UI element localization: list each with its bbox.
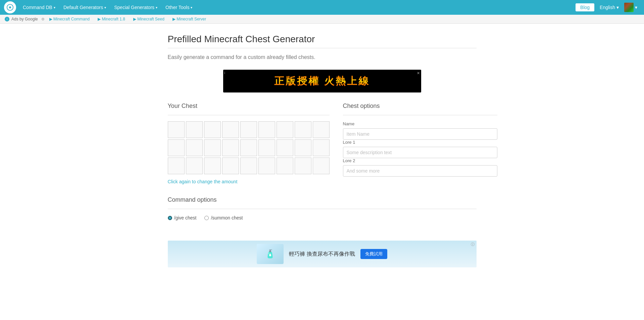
chest-cell[interactable] (222, 139, 239, 156)
nav-other-tools[interactable]: Other Tools ▾ (161, 0, 196, 15)
chest-column: Your Chest Click again to change the amo… (168, 103, 330, 184)
language-selector[interactable]: English ▾ (597, 5, 622, 10)
page-title: Prefilled Minecraft Chest Generator (168, 34, 477, 45)
nav-command-db[interactable]: Command DB ▾ (19, 0, 59, 15)
lore1-input[interactable] (343, 147, 497, 158)
chest-cell[interactable] (204, 157, 221, 174)
bottom-ad-content: 🧴 輕巧褲 換查尿布不再像作戰 免費試用 (257, 244, 387, 264)
chest-cell[interactable] (222, 121, 239, 138)
command-options-section: Command options /give chest /summon ches… (168, 196, 477, 220)
chest-options-column: Chest options Name Lore 1 Lore 2 (343, 103, 497, 177)
bottom-ad-image: 🧴 (257, 244, 284, 264)
adbar: i Ads by Google ⚙ Minecraft Command Mine… (0, 15, 644, 24)
ad-banner-text: 正版授權 火熱上線 (274, 74, 369, 88)
chest-cell[interactable] (186, 139, 203, 156)
chest-cell[interactable] (240, 157, 257, 174)
chevron-down-icon: ▾ (635, 5, 637, 10)
chest-options-title: Chest options (343, 103, 497, 110)
main-content: Prefilled Minecraft Chest Generator Easi… (161, 24, 483, 277)
name-input[interactable] (343, 128, 497, 140)
chest-cell[interactable] (313, 157, 330, 174)
chevron-down-icon: ▾ (191, 6, 192, 9)
adbar-link-0[interactable]: Minecraft Command (49, 17, 90, 21)
command-options-divider (168, 209, 477, 209)
adbar-link-2[interactable]: Minecraft Seed (133, 17, 164, 21)
chest-cell[interactable] (258, 139, 275, 156)
adbar-link-1[interactable]: Minecraft 1.8 (98, 17, 125, 21)
radio-summon-chest-label: /summon chest (211, 215, 243, 220)
ad-close-button[interactable]: ✕ (417, 71, 420, 75)
lore2-field-group: Lore 2 (343, 158, 497, 177)
ads-settings-icon[interactable]: ⚙ (41, 17, 45, 21)
command-radio-group: /give chest /summon chest (168, 215, 477, 220)
user-avatar-menu[interactable]: ▾ (622, 3, 640, 12)
site-logo[interactable] (4, 1, 16, 13)
command-options-title: Command options (168, 196, 477, 203)
avatar (624, 3, 634, 12)
click-hint: Click again to change the amount (168, 179, 330, 184)
chest-cell[interactable] (258, 157, 275, 174)
chest-cell[interactable] (168, 157, 185, 174)
radio-summon-chest-input[interactable] (204, 216, 209, 220)
chest-section-title: Your Chest (168, 103, 330, 110)
lore2-label: Lore 2 (343, 158, 497, 163)
chest-cell[interactable] (222, 157, 239, 174)
chest-cell[interactable] (313, 121, 330, 138)
title-divider (168, 48, 477, 48)
ads-icon: i (5, 17, 9, 21)
chest-cell[interactable] (277, 121, 293, 138)
chest-cell[interactable] (277, 157, 293, 174)
chevron-down-icon: ▾ (616, 5, 619, 10)
page-subtitle: Easily generate a command for a custom a… (168, 54, 477, 60)
ads-by-label: Ads by Google (11, 17, 38, 21)
bottom-ad-text: 輕巧褲 換查尿布不再像作戰 (289, 251, 355, 258)
radio-give-chest-input[interactable] (168, 216, 172, 220)
chest-cell[interactable] (295, 139, 311, 156)
chest-options-divider (343, 115, 497, 115)
chest-cell[interactable] (168, 139, 185, 156)
navbar: Command DB ▾ Default Generators ▾ Specia… (0, 0, 644, 15)
blog-button[interactable]: Blog (576, 3, 594, 11)
bottom-ad-cta-button[interactable]: 免費試用 (360, 249, 387, 259)
name-field-group: Name (343, 121, 497, 140)
two-column-layout: Your Chest Click again to change the amo… (168, 103, 477, 184)
chest-cell[interactable] (168, 121, 185, 138)
chest-cell[interactable] (204, 139, 221, 156)
bottom-ad-info-icon[interactable]: ⓘ (471, 242, 475, 247)
chest-grid (168, 121, 330, 174)
ad-info-icon[interactable]: i (225, 71, 225, 75)
chest-cell[interactable] (295, 157, 311, 174)
bottom-ad-banner: 🧴 輕巧褲 換查尿布不再像作戰 免費試用 ⓘ (168, 241, 477, 267)
nav-links: Command DB ▾ Default Generators ▾ Specia… (19, 0, 576, 15)
chest-cell[interactable] (258, 121, 275, 138)
chest-cell[interactable] (240, 139, 257, 156)
lore1-field-group: Lore 1 (343, 140, 497, 158)
chest-cell[interactable] (186, 157, 203, 174)
lore2-input[interactable] (343, 165, 497, 177)
lore1-label: Lore 1 (343, 140, 497, 145)
chest-cell[interactable] (204, 121, 221, 138)
radio-give-chest-label: /give chest (174, 215, 197, 220)
nav-right: Blog English ▾ ▾ (576, 3, 640, 12)
ad-banner: i 正版授權 火熱上線 ✕ (223, 70, 421, 92)
chest-cell[interactable] (313, 139, 330, 156)
adbar-link-3[interactable]: Minecraft Server (172, 17, 206, 21)
radio-give-chest[interactable]: /give chest (168, 215, 197, 220)
chest-cell[interactable] (240, 121, 257, 138)
nav-default-generators[interactable]: Default Generators ▾ (59, 0, 110, 15)
chest-divider (168, 115, 330, 115)
chest-cell[interactable] (277, 139, 293, 156)
chest-cell[interactable] (295, 121, 311, 138)
chest-cell[interactable] (186, 121, 203, 138)
nav-special-generators[interactable]: Special Generators ▾ (110, 0, 161, 15)
chevron-down-icon: ▾ (54, 6, 55, 9)
name-label: Name (343, 121, 497, 126)
chevron-down-icon: ▾ (156, 6, 157, 9)
radio-summon-chest[interactable]: /summon chest (204, 215, 243, 220)
chevron-down-icon: ▾ (104, 6, 106, 9)
